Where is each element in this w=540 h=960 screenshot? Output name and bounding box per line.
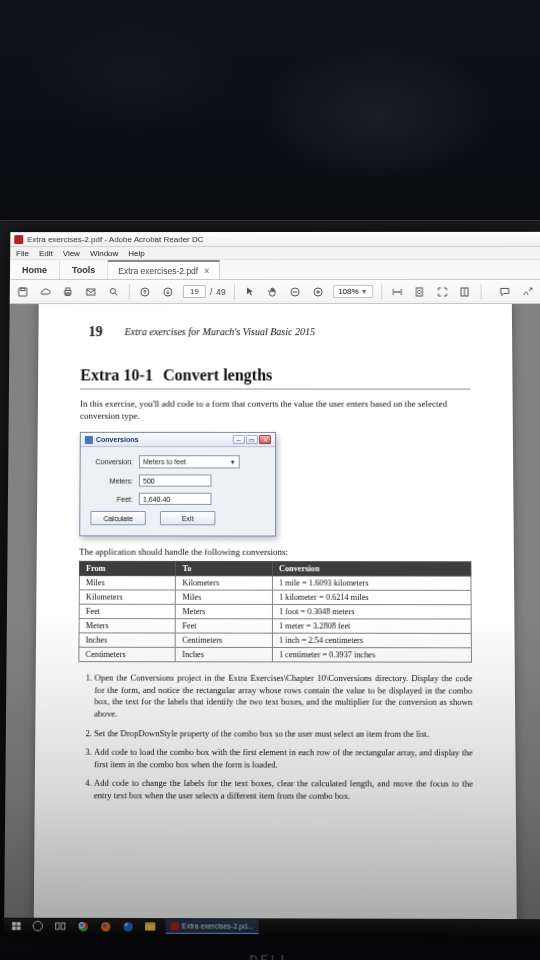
menu-file[interactable]: File <box>16 249 29 258</box>
textbox-output: 1,640.40 <box>139 493 212 505</box>
acrobat-toolbar: 19 / 49 108% ▼ <box>10 280 540 304</box>
heading-text: Convert lengths <box>163 366 272 384</box>
tab-close-icon[interactable]: × <box>204 265 209 275</box>
save-icon[interactable] <box>16 284 31 300</box>
acrobat-icon <box>14 235 23 244</box>
subheading: The application should handle the follow… <box>79 547 471 558</box>
tab-tools[interactable]: Tools <box>60 260 108 279</box>
acrobat-icon <box>171 922 179 930</box>
page-current-input[interactable]: 19 <box>183 285 206 298</box>
zoom-combo[interactable]: 108% ▼ <box>333 285 373 298</box>
tab-document[interactable]: Extra exercises-2.pdf × <box>108 260 220 279</box>
page-sep: / <box>210 287 212 297</box>
chevron-down-icon: ▼ <box>230 459 236 465</box>
svg-rect-13 <box>12 922 16 925</box>
textbox-input: 500 <box>139 475 212 487</box>
taskbar-running-label: Extra exercises-2.pd... <box>182 922 253 930</box>
toolbar-separator <box>129 284 130 300</box>
pointer-icon[interactable] <box>243 283 258 299</box>
exercise-number: 19 <box>88 324 102 340</box>
th-conversion: Conversion <box>272 562 471 577</box>
taskbar-running-acrobat[interactable]: Extra exercises-2.pd... <box>166 919 259 934</box>
chrome-icon[interactable] <box>76 919 90 934</box>
table-row: InchesCentimeters1 inch = 2.54 centimete… <box>79 633 471 648</box>
page-down-icon[interactable] <box>160 284 175 300</box>
conversion-table: From To Conversion MilesKilometers1 mile… <box>78 561 472 663</box>
svg-rect-14 <box>17 922 21 925</box>
close-icon: ✕ <box>259 435 271 444</box>
toolbar-separator <box>381 283 382 299</box>
taskview-icon[interactable] <box>53 920 67 933</box>
hand-icon[interactable] <box>265 283 280 299</box>
window-title: Extra exercises-2.pdf - Adobe Acrobat Re… <box>27 235 203 244</box>
page-indicator: 19 / 49 <box>183 285 226 298</box>
cortana-icon[interactable] <box>31 920 45 933</box>
comment-icon[interactable] <box>497 283 512 299</box>
file-explorer-icon[interactable] <box>143 919 157 934</box>
menu-help[interactable]: Help <box>128 249 144 258</box>
svg-rect-17 <box>56 923 60 929</box>
svg-point-6 <box>110 288 115 293</box>
chevron-down-icon: ▼ <box>361 288 368 295</box>
search-icon[interactable] <box>106 284 121 300</box>
combo-conversion: Meters to feet ▼ <box>139 455 240 468</box>
windows-taskbar: Extra exercises-2.pd... <box>4 918 540 936</box>
svg-rect-16 <box>17 926 21 929</box>
list-item: Set the DropDownStyle property of the co… <box>94 728 472 741</box>
list-item: Open the Conversions project in the Extr… <box>94 673 472 721</box>
table-row: KilometersMiles1 kilometer = 0.6214 mile… <box>79 590 471 605</box>
mail-icon[interactable] <box>84 284 99 300</box>
th-to: To <box>176 562 273 576</box>
svg-rect-3 <box>66 288 70 291</box>
page-total: 49 <box>216 287 226 297</box>
tab-home[interactable]: Home <box>10 260 60 279</box>
label-conversion: Conversion: <box>91 458 133 465</box>
pdf-page: 19 Extra exercises for Murach's Visual B… <box>33 304 518 919</box>
menu-window[interactable]: Window <box>90 249 118 258</box>
svg-rect-15 <box>12 926 16 929</box>
exercise-title-line: Extra exercises for Murach's Visual Basi… <box>125 326 315 337</box>
heading-code: Extra 10-1 <box>80 366 153 384</box>
table-row: FeetMeters1 foot = 0.3048 meters <box>79 605 471 620</box>
page-up-icon[interactable] <box>138 284 153 300</box>
toolbar-separator <box>480 283 481 299</box>
svg-rect-11 <box>417 287 423 295</box>
read-mode-icon[interactable] <box>458 283 473 299</box>
cloud-icon[interactable] <box>38 284 53 300</box>
firefox-icon[interactable] <box>98 919 112 934</box>
label-input: Meters: <box>91 477 133 484</box>
heading-rule <box>80 388 470 389</box>
th-from: From <box>79 562 176 576</box>
fit-width-icon[interactable] <box>390 283 405 299</box>
zoom-in-icon[interactable] <box>311 283 326 299</box>
tab-document-label: Extra exercises-2.pdf <box>118 266 198 276</box>
monitor-screen: Extra exercises-2.pdf - Adobe Acrobat Re… <box>4 232 540 936</box>
svg-rect-1 <box>21 288 25 291</box>
tab-row: Home Tools Extra exercises-2.pdf × <box>10 260 540 280</box>
sign-icon[interactable] <box>520 283 535 299</box>
menu-view[interactable]: View <box>63 249 80 258</box>
menu-bar: File Edit View Window Help <box>10 247 540 260</box>
button-exit: Exit <box>160 511 216 525</box>
intro-paragraph: In this exercise, you'll add code to a f… <box>80 398 470 423</box>
button-calculate: Calculate <box>90 511 146 525</box>
svg-rect-0 <box>19 288 27 296</box>
sample-form: Conversions ─ ▭ ✕ Conversion: Meters to … <box>79 432 276 537</box>
menu-edit[interactable]: Edit <box>39 249 53 258</box>
form-caption: Conversions <box>96 436 230 443</box>
start-button[interactable] <box>10 920 22 933</box>
zoom-out-icon[interactable] <box>288 283 303 299</box>
document-canvas[interactable]: 19 Extra exercises for Murach's Visual B… <box>4 304 540 919</box>
table-row: CentimetersInches1 centimeter = 0.3937 i… <box>79 648 472 663</box>
toolbar-separator <box>234 284 235 300</box>
form-app-icon <box>85 436 93 444</box>
acrobat-title-bar: Extra exercises-2.pdf - Adobe Acrobat Re… <box>10 232 540 247</box>
edge-icon[interactable] <box>121 919 135 934</box>
table-row: MetersFeet1 meter = 3.2808 feet <box>79 619 471 634</box>
print-icon[interactable] <box>61 284 76 300</box>
fullscreen-icon[interactable] <box>435 283 450 299</box>
list-item: Add code to change the labels for the te… <box>94 778 473 803</box>
svg-rect-18 <box>61 923 65 929</box>
fit-page-icon[interactable] <box>412 283 427 299</box>
monitor-brand: DELL <box>249 953 290 960</box>
